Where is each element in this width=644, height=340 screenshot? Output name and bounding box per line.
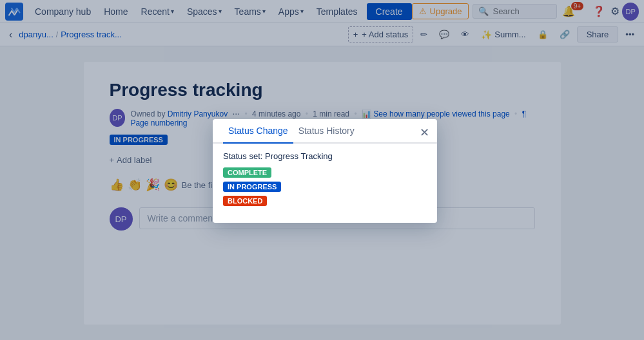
modal-status-set: Status set: Progress Tracking	[223, 151, 427, 161]
modal-body: Status set: Progress Tracking COMPLETE I…	[213, 144, 437, 223]
status-change-modal: Status Change Status History ✕ Status se…	[213, 119, 437, 223]
modal-close-button[interactable]: ✕	[417, 123, 432, 142]
modal-tabs: Status Change Status History ✕	[213, 119, 437, 144]
tab-status-change[interactable]: Status Change	[223, 119, 293, 144]
status-option-complete[interactable]: COMPLETE	[223, 167, 271, 178]
status-option-in-progress[interactable]: IN PROGRESS	[223, 182, 281, 192]
modal-overlay[interactable]: Status Change Status History ✕ Status se…	[0, 0, 644, 340]
tab-status-history[interactable]: Status History	[293, 119, 360, 144]
status-option-blocked[interactable]: BLOCKED	[223, 196, 267, 206]
